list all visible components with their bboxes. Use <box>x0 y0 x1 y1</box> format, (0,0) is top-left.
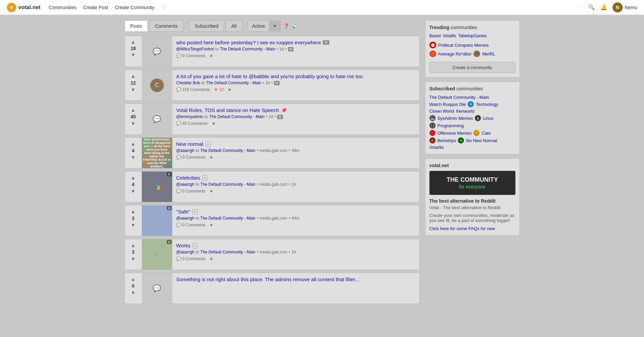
tab-posts[interactable]: Posts <box>125 20 148 32</box>
sub-item-watch[interactable]: Watch Ruqqus Die <box>429 102 466 107</box>
post-community[interactable]: The Default Community - Main <box>200 216 256 221</box>
notification-icon[interactable]: 🔔 <box>600 4 607 10</box>
post-title[interactable]: "Safe" <box>176 209 191 215</box>
create-community-button[interactable]: Create a community <box>429 62 515 73</box>
user-menu[interactable]: N Nemu <box>613 2 637 13</box>
comments-link[interactable]: 💬 159 Comments <box>176 87 210 92</box>
save-button[interactable]: ★ <box>228 87 231 92</box>
downvote-button[interactable]: ▼ <box>131 121 136 126</box>
downvote-button[interactable]: ▼ <box>131 155 136 160</box>
sub-item-prog[interactable]: Programming <box>438 123 464 128</box>
nav-create-post[interactable]: Create Post <box>83 5 108 10</box>
downvote-button[interactable]: ▼ <box>131 222 136 228</box>
tab-all[interactable]: All <box>225 20 242 32</box>
tab-comments[interactable]: Comments <box>149 20 184 32</box>
tag-based[interactable]: Based <box>429 33 441 38</box>
vote-count: 4 <box>132 148 135 153</box>
upvote-button[interactable]: ▲ <box>131 276 136 282</box>
sub-item-fren[interactable]: frenworld <box>456 109 474 114</box>
post-title[interactable]: Something is not right about this place.… <box>176 276 359 282</box>
table-row: ▲ 3 ▼ ⊞ 🔧 Works + @aaarrgh <box>125 239 420 270</box>
post-title[interactable]: A lot of you gave a lot of hate to @babb… <box>176 73 364 79</box>
post-community[interactable]: The Default Community - Main <box>209 114 265 119</box>
tag-votal9x[interactable]: Votal9x <box>443 33 456 38</box>
downvote-button[interactable]: ▼ <box>131 87 136 92</box>
sort-arrow-button[interactable]: ▼ <box>269 21 280 31</box>
save-button[interactable]: ★ <box>212 121 216 126</box>
logo[interactable]: v votal.net <box>7 3 41 12</box>
post-time: 1d <box>279 47 284 51</box>
post-title[interactable]: New normal <box>176 141 203 147</box>
save-button[interactable]: ★ <box>209 189 213 194</box>
post-community[interactable]: The Default Community - Main <box>200 148 256 153</box>
post-author[interactable]: @aaarrgh <box>176 216 195 221</box>
post-community[interactable]: The Default Community - Main <box>220 47 275 51</box>
sub-item-votal9x[interactable]: Votal9x <box>429 145 515 150</box>
sub-item-linux[interactable]: Linux <box>483 116 493 121</box>
comments-link[interactable]: 💬 0 Comments <box>176 256 205 261</box>
search-icon[interactable]: 🔍 <box>588 4 595 10</box>
upvote-button[interactable]: ▲ <box>131 40 136 44</box>
post-title[interactable]: Works <box>176 243 191 248</box>
post-community[interactable]: The Default Community - Main <box>200 182 256 187</box>
comments-link[interactable]: 💬 45 Comments <box>176 121 208 126</box>
heart-icon[interactable]: ♡ <box>161 4 166 10</box>
community-icon-sysadmin: 💻 <box>429 115 436 121</box>
rss-icon[interactable]: 📡 <box>291 23 297 29</box>
post-title[interactable]: who posted here before yesterday? I see … <box>176 40 321 45</box>
comments-link[interactable]: 💬 0 Comments <box>176 223 205 227</box>
tag-tabletopgames[interactable]: TabletopGames <box>458 33 487 38</box>
post-actions: 💬 159 Comments ▼ 12 ★ <box>176 87 415 92</box>
upvote-button[interactable]: ▲ <box>131 141 136 147</box>
sub-item-nnn[interactable]: No New Normal <box>466 138 497 143</box>
save-button[interactable]: ★ <box>209 155 213 160</box>
sub-item-cats[interactable]: Cats <box>482 131 491 136</box>
post-author[interactable]: @aaarrgh <box>176 250 195 254</box>
downvote-button[interactable]: ▼ <box>131 256 136 262</box>
upvote-button[interactable]: ▲ <box>131 243 136 248</box>
votal-site-title: votal.net <box>429 163 515 168</box>
post-community[interactable]: The Default Community - Main <box>200 250 256 254</box>
expand-icon[interactable]: + <box>192 209 198 215</box>
comments-link[interactable]: 💬 0 Comments <box>176 189 205 194</box>
post-title[interactable]: Celebrities <box>176 175 200 181</box>
trending-row: 🧭 Political Compass Memes <box>429 42 515 48</box>
community-link[interactable]: Political Compass Memes <box>438 43 489 48</box>
subscribed-communities-box: Subscribed communities The Default Commu… <box>425 82 520 154</box>
post-author[interactable]: @WilcoTangoFoxtrot <box>176 47 214 51</box>
tab-subscribed[interactable]: Subscribed <box>189 20 224 32</box>
save-button[interactable]: ★ <box>209 256 213 261</box>
post-author[interactable]: @aaarrgh <box>176 148 195 153</box>
nav-create-community[interactable]: Create Community <box>115 5 154 10</box>
sub-item-default[interactable]: The Default Community - Main <box>429 95 515 100</box>
save-button[interactable]: ★ <box>209 223 213 227</box>
expand-icon[interactable]: + <box>202 175 207 181</box>
community-link-meirl[interactable]: MeIRL <box>482 51 495 57</box>
comments-link[interactable]: 💬 9 Comments <box>176 53 205 58</box>
upvote-button[interactable]: ▲ <box>131 107 136 113</box>
upvote-button[interactable]: ▲ <box>131 209 136 214</box>
post-community[interactable]: The Default Community - Main <box>206 81 261 85</box>
downvote-button[interactable]: ▼ <box>131 290 136 295</box>
help-icon[interactable]: ❓ <box>283 23 289 29</box>
post-author[interactable]: @lemmyadmin <box>176 114 203 119</box>
nav-communities[interactable]: Communities <box>49 5 76 10</box>
downvote-button[interactable]: ▼ <box>131 188 136 194</box>
expand-icon[interactable]: + <box>193 243 198 248</box>
expand-icon[interactable]: + <box>205 141 211 147</box>
community-link-redit[interactable]: Average Re*ditor <box>438 51 472 57</box>
save-button[interactable]: ★ <box>209 53 213 58</box>
comments-link[interactable]: 💬 0 Comments <box>176 155 205 160</box>
sub-item-offensive[interactable]: Offensive Memes <box>438 131 472 136</box>
downvote-button[interactable]: ▼ <box>131 52 136 57</box>
sub-item-tech[interactable]: Technology <box>476 102 498 107</box>
sub-item-bert[interactable]: Bertstrips <box>438 138 456 143</box>
upvote-button[interactable]: ▲ <box>131 73 136 79</box>
post-author[interactable]: @aaarrgh <box>176 182 195 187</box>
sub-item-sysadmin[interactable]: SysAdmin Memes <box>438 116 473 121</box>
post-author[interactable]: Cheddar Bob <box>176 81 200 85</box>
sub-item-clown[interactable]: Clown World <box>429 109 454 114</box>
votal-faq-link[interactable]: Click here for some FAQs for new <box>429 226 495 231</box>
upvote-button[interactable]: ▲ <box>131 175 136 180</box>
post-title[interactable]: Votal Rules, TOS and stance on Hate Spee… <box>176 107 279 113</box>
